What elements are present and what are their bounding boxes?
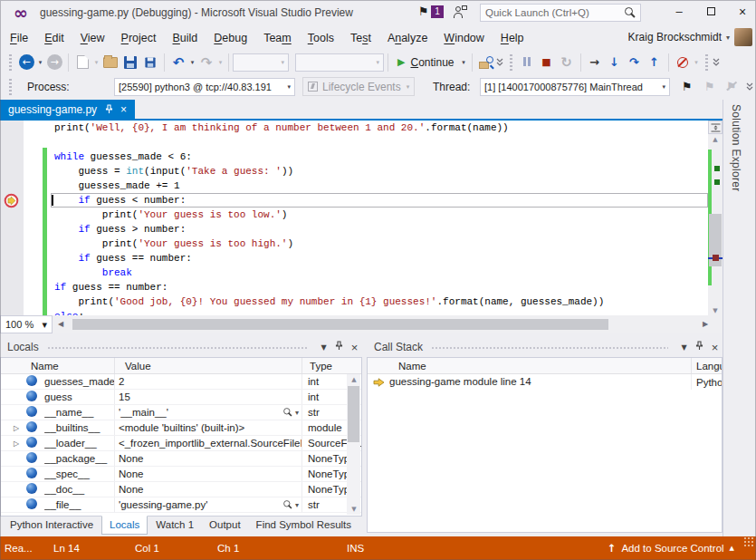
call-stack-row[interactable]: guessing-game module line 14Python [368,374,722,390]
scroll-up-icon[interactable]: ▲ [708,136,723,143]
call-stack-panel-header[interactable]: Call Stack ▼ × [367,337,723,357]
breakpoint-current-marker[interactable] [4,193,19,208]
notifications-flag-icon[interactable]: ⚑ [418,5,429,18]
scroll-up-icon[interactable]: ▲ [347,376,361,383]
code-line[interactable]: guess = int(input('Take a guess: ')) [51,164,708,179]
flag-current-thread-icon[interactable]: ⚑ [682,80,693,93]
menu-view[interactable]: View [72,27,113,49]
toolbar-grip[interactable] [9,79,12,95]
notification-badge[interactable]: 1 [431,5,444,18]
tab-find-symbol-results[interactable]: Find Symbol Results [249,517,359,534]
toolbar-grip[interactable] [510,54,512,71]
tab-guessing-game[interactable]: guessing-game.py × [0,100,135,119]
resize-grip[interactable] [743,536,754,547]
magnifier-lens-icon[interactable]: ▾ [282,407,299,418]
pin-icon[interactable] [692,341,707,353]
scroll-down-icon[interactable]: ▼ [347,506,361,513]
pin-icon[interactable] [105,104,113,114]
toolbar-overflow[interactable] [713,58,722,66]
close-button[interactable]: × [729,0,756,24]
avatar[interactable] [734,28,752,46]
toolbar-grip[interactable] [9,54,12,71]
column-header-name[interactable]: Name [24,358,115,373]
locals-row[interactable]: ▷__loader__<_frozen_importlib_external.S… [1,436,361,451]
flagged-threads-icon[interactable]: ⚑ [704,80,715,93]
close-icon[interactable]: × [707,341,723,354]
code-line[interactable]: if guess == number: [51,251,708,266]
code-line[interactable]: else: [51,309,708,315]
pause-button[interactable] [517,53,537,72]
code-line[interactable]: if guess > number: [51,222,708,237]
attach-to-process-button[interactable] [476,53,496,72]
navigate-forward-button[interactable]: → [44,53,64,72]
open-file-button[interactable] [100,53,120,72]
scroll-right-icon[interactable]: ▶ [703,315,708,333]
code-line[interactable]: break [51,266,708,280]
locals-row[interactable]: guesses_made2int [1,374,361,390]
breakpoints-dropdown[interactable]: ▾ [693,59,701,66]
column-header-value[interactable]: Value [115,358,302,373]
locals-panel-header[interactable]: Locals ▼ × [0,337,362,357]
tab-locals[interactable]: Locals [101,516,148,535]
menu-window[interactable]: Window [435,27,492,49]
tab-python-interactive[interactable]: Python Interactive [3,517,100,534]
close-tab-icon[interactable]: × [120,103,127,116]
pin-icon[interactable] [331,341,347,353]
redo-button[interactable]: ↷ [196,53,216,72]
menu-analyze[interactable]: Analyze [379,27,435,49]
toolbar-overflow[interactable] [746,82,755,91]
user-account[interactable]: Kraig Brockschmidt ▾ [628,28,752,46]
restart-button[interactable]: ↻ [557,53,577,72]
code-line[interactable]: if guess == number: [51,280,708,294]
thread-combo[interactable]: [1] [140017000875776] MainThread ▾ [480,78,670,96]
scrollbar-splitter-icon[interactable] [708,121,723,134]
lifecycle-events-button[interactable]: Lifecycle Events ▾ [302,77,415,96]
back-dropdown[interactable]: ▾ [36,59,44,66]
code-line[interactable]: while guesses_made < 6: [51,150,708,164]
locals-row[interactable]: ▷__builtins__<module 'builtins' (built-i… [1,420,361,436]
column-header-language[interactable]: Language [692,358,722,373]
menu-build[interactable]: Build [165,27,206,49]
new-file-dropdown[interactable]: ▾ [92,59,100,66]
menu-edit[interactable]: Edit [36,27,72,49]
locals-row[interactable]: __package__NoneNoneType [1,451,361,467]
column-header-name[interactable]: Name [391,358,692,373]
code-line[interactable]: print('Good job, {0}! You guessed my num… [51,294,708,309]
add-to-source-control-button[interactable]: ↑ Add to Source Control ▲ [608,536,734,560]
menu-tools[interactable]: Tools [300,27,342,49]
disable-breakpoints-button[interactable] [673,53,693,72]
breakpoint-margin[interactable] [0,121,24,315]
step-into-button[interactable]: ↓ [605,53,625,72]
locals-row[interactable]: __file__'guessing-game.py'▾str [1,497,361,513]
code-line[interactable]: guesses_made += 1 [51,179,708,193]
process-combo[interactable]: [25590] python3 @ tcp://40.83.191 ▾ [114,78,295,96]
platform-combo[interactable]: ▾ [295,53,384,72]
locals-row[interactable]: __spec__NoneNoneType [1,467,361,482]
zoom-level-combo[interactable]: 100 % ▾ [0,315,53,333]
code-line[interactable]: if guess < number: [51,193,708,208]
tab-watch-1[interactable]: Watch 1 [148,517,201,534]
code-line[interactable]: print('Your guess is too high.') [51,237,708,251]
expand-icon[interactable]: ▷ [14,424,26,432]
minimize-button[interactable]: – [665,0,693,24]
locals-row[interactable]: guess15int [1,390,361,405]
tab-output[interactable]: Output [202,517,248,534]
step-out-button[interactable]: ↑ [645,53,665,72]
step-over-button[interactable]: ↷ [625,53,645,72]
toolbar-overflow[interactable] [496,58,505,66]
redo-dropdown[interactable]: ▾ [216,59,225,66]
editor-vertical-scrollbar[interactable]: ▲ ▼ [708,121,723,315]
menu-team[interactable]: Team [255,27,300,49]
scrollbar-thumb[interactable] [348,386,359,442]
undo-button[interactable]: ↶ [168,53,188,72]
continue-button[interactable]: ▶ Continue [392,53,460,72]
save-button[interactable] [120,53,140,72]
undo-dropdown[interactable]: ▾ [188,59,196,66]
panel-drag-handle[interactable] [431,345,668,350]
menu-help[interactable]: Help [493,27,532,49]
horizontal-scrollbar-thumb[interactable] [72,319,608,330]
toolbar-grip[interactable] [705,54,708,71]
menu-file[interactable]: File [2,27,36,49]
code-line[interactable]: print('Your guess is too low.') [51,208,708,222]
quick-launch-input[interactable]: Quick Launch (Ctrl+Q) [480,4,641,22]
